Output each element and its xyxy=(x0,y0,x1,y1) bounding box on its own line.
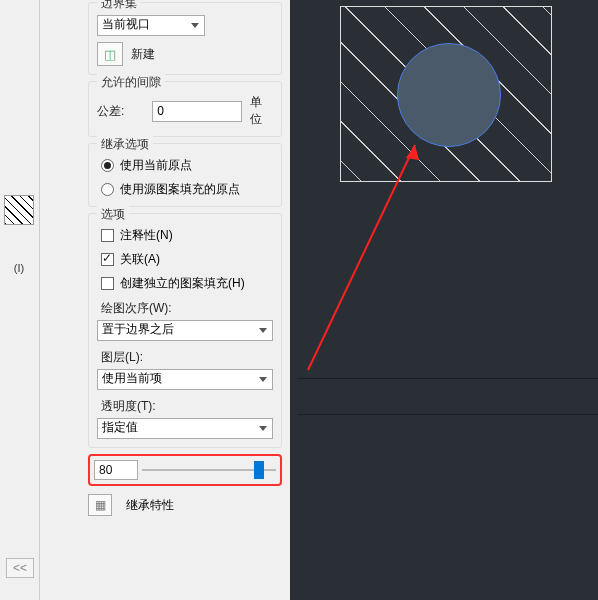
settings-panel: 边界集 当前视口 ◫ 新建 允许的间隙 公差: 单位 继承选项 使用当前原点 使… xyxy=(40,0,290,600)
annotation-arrow xyxy=(290,0,598,400)
check-independent[interactable]: 创建独立的图案填充(H) xyxy=(101,275,273,292)
canvas-divider xyxy=(298,414,598,415)
radio-use-source[interactable]: 使用源图案填充的原点 xyxy=(101,181,273,198)
left-gutter: (I) << xyxy=(0,0,40,600)
options-title: 选项 xyxy=(97,206,129,223)
viewport-select[interactable]: 当前视口 xyxy=(97,15,205,36)
radio-icon xyxy=(101,183,114,196)
checkbox-icon xyxy=(101,253,114,266)
boundary-set-group: 边界集 当前视口 ◫ 新建 xyxy=(88,2,282,75)
check-annotative-label: 注释性(N) xyxy=(120,227,173,244)
transparency-slider[interactable] xyxy=(142,460,276,480)
transparency-slider-row xyxy=(88,454,282,486)
check-associative-label: 关联(A) xyxy=(120,251,160,268)
radio-use-source-label: 使用源图案填充的原点 xyxy=(120,181,240,198)
checkbox-icon xyxy=(101,229,114,242)
check-independent-label: 创建独立的图案填充(H) xyxy=(120,275,245,292)
layer-label: 图层(L): xyxy=(101,349,273,366)
transparency-value: 指定值 xyxy=(102,420,138,434)
draw-order-value: 置于边界之后 xyxy=(102,322,174,336)
viewport-select-value: 当前视口 xyxy=(102,17,150,31)
inherit-props-row: ▦ 继承特性 xyxy=(88,494,282,516)
svg-marker-1 xyxy=(406,145,419,160)
drawing-canvas[interactable] xyxy=(290,0,598,600)
check-associative[interactable]: 关联(A) xyxy=(101,251,273,268)
transparency-value-input[interactable] xyxy=(94,460,138,480)
radio-use-current[interactable]: 使用当前原点 xyxy=(101,157,273,174)
inherit-props-label: 继承特性 xyxy=(126,497,174,514)
options-group: 选项 注释性(N) 关联(A) 创建独立的图案填充(H) 绘图次序(W): 置于… xyxy=(88,213,282,448)
layer-select[interactable]: 使用当前项 xyxy=(97,369,273,390)
layer-value: 使用当前项 xyxy=(102,371,162,385)
canvas-divider xyxy=(298,378,598,379)
slider-thumb[interactable] xyxy=(254,461,264,479)
transparency-label: 透明度(T): xyxy=(101,398,273,415)
inherit-props-icon[interactable]: ▦ xyxy=(88,494,112,516)
tolerance-input[interactable] xyxy=(152,101,242,122)
boundary-set-title: 边界集 xyxy=(97,0,141,12)
transparency-select[interactable]: 指定值 xyxy=(97,418,273,439)
checkbox-icon xyxy=(101,277,114,290)
inherit-options-title: 继承选项 xyxy=(97,136,153,153)
hatch-preview-label: (I) xyxy=(4,262,34,274)
inherit-options-group: 继承选项 使用当前原点 使用源图案填充的原点 xyxy=(88,143,282,207)
tolerance-label: 公差: xyxy=(97,103,152,120)
svg-line-0 xyxy=(308,145,415,370)
collapse-button[interactable]: << xyxy=(6,558,34,578)
unit-label: 单位 xyxy=(250,94,273,128)
radio-use-current-label: 使用当前原点 xyxy=(120,157,192,174)
gap-group: 允许的间隙 公差: 单位 xyxy=(88,81,282,137)
check-annotative[interactable]: 注释性(N) xyxy=(101,227,273,244)
gap-title: 允许的间隙 xyxy=(97,74,165,91)
new-boundary-label: 新建 xyxy=(131,46,155,63)
new-boundary-button[interactable]: ◫ xyxy=(97,42,123,66)
draw-order-label: 绘图次序(W): xyxy=(101,300,273,317)
draw-order-select[interactable]: 置于边界之后 xyxy=(97,320,273,341)
hatch-preview-icon xyxy=(4,195,34,225)
radio-icon xyxy=(101,159,114,172)
